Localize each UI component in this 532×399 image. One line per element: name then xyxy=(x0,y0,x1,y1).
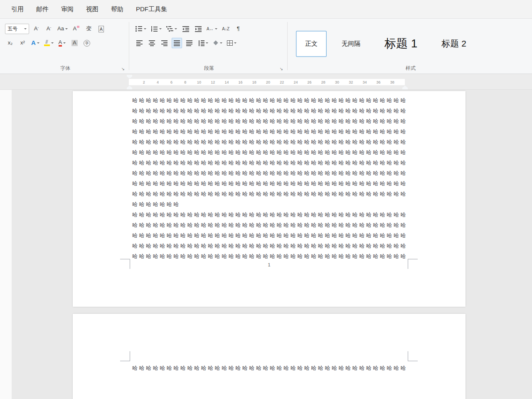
phonetic-guide-icon: 变 xyxy=(86,26,91,32)
font-row-2: x₂x²AAA字 xyxy=(5,38,126,48)
chevron-down-icon xyxy=(215,28,217,30)
chevron-down-icon xyxy=(63,42,66,44)
menu-references[interactable]: 引用 xyxy=(5,2,30,16)
increase-indent-button[interactable] xyxy=(193,24,203,34)
shrink-font-icon: Aˇ xyxy=(47,26,51,32)
show-hide-marks-button[interactable]: ¶ xyxy=(233,24,244,34)
document-line: 哈哈哈哈哈哈哈哈哈哈哈哈哈哈哈哈哈哈哈哈哈哈哈哈哈哈哈哈哈哈哈哈哈哈哈哈哈哈哈哈 xyxy=(132,95,410,106)
ruler-number: 4 xyxy=(157,80,159,84)
ruler-number: 16 xyxy=(239,80,243,84)
change-case-icon: Aa xyxy=(57,26,64,32)
align-center-button[interactable] xyxy=(147,38,157,48)
style-no-spacing[interactable]: 无间隔 xyxy=(332,31,369,57)
page2-text: 哈哈哈哈哈哈哈哈哈哈哈哈哈哈哈哈哈哈哈哈哈哈哈哈哈哈哈哈哈哈哈哈哈哈哈哈哈哈哈哈 xyxy=(132,363,410,373)
character-shading-button[interactable]: A xyxy=(69,38,80,48)
line-spacing-icon xyxy=(198,40,204,46)
ruler-number: 30 xyxy=(335,80,339,84)
show-hide-marks-icon: ¶ xyxy=(237,26,240,32)
document-line: 哈哈哈哈哈哈哈哈哈哈哈哈哈哈哈哈哈哈哈哈哈哈哈哈哈哈哈哈哈哈哈哈哈哈哈哈哈哈哈哈 xyxy=(132,168,410,178)
font-size-select[interactable]: 五号 xyxy=(5,24,29,34)
ruler-number: 28 xyxy=(321,80,325,84)
styles-group: 正文无间隔标题 1标题 2 样式 xyxy=(288,19,532,74)
distribute-button[interactable] xyxy=(184,38,195,48)
style-heading-2[interactable]: 标题 2 xyxy=(432,31,475,57)
document-line: 哈哈哈哈哈哈哈哈哈哈哈哈哈哈哈哈哈哈哈哈哈哈哈哈哈哈哈哈哈哈哈哈哈哈哈哈哈哈哈哈 xyxy=(132,158,410,168)
menu-mailings[interactable]: 邮件 xyxy=(30,2,55,16)
grow-font-button[interactable]: Aˆ xyxy=(31,24,42,34)
sort-button[interactable]: A↓Z xyxy=(221,24,231,34)
multilevel-list-button[interactable] xyxy=(165,24,178,34)
ruler-number: 32 xyxy=(349,80,353,84)
dec-indent-icon xyxy=(182,26,189,32)
superscript-icon: x² xyxy=(20,40,25,46)
ruler-number: 12 xyxy=(211,80,215,84)
page-1: 哈哈哈哈哈哈哈哈哈哈哈哈哈哈哈哈哈哈哈哈哈哈哈哈哈哈哈哈哈哈哈哈哈哈哈哈哈哈哈哈… xyxy=(73,91,466,307)
ruler-number: 24 xyxy=(293,80,298,84)
enclose-character-button[interactable]: 字 xyxy=(82,38,92,48)
chevron-down-icon xyxy=(144,28,146,30)
para-row-2 xyxy=(134,38,284,48)
document-line: 哈哈哈哈哈哈哈哈哈哈哈哈哈哈哈哈哈哈哈哈哈哈哈哈哈哈哈哈哈哈哈哈哈哈哈哈哈哈哈哈 xyxy=(132,116,410,126)
character-border-button[interactable]: A xyxy=(96,24,106,34)
font-group-label: 字体 xyxy=(60,65,70,72)
page-2: 哈哈哈哈哈哈哈哈哈哈哈哈哈哈哈哈哈哈哈哈哈哈哈哈哈哈哈哈哈哈哈哈哈哈哈哈哈哈哈哈 xyxy=(73,314,466,399)
justify-button[interactable] xyxy=(172,38,182,48)
ruler-strip: 2468101214161820222426283032343638 xyxy=(129,79,405,85)
numbering-button[interactable] xyxy=(150,24,163,34)
subscript-button[interactable]: x₂ xyxy=(5,38,15,48)
character-border-icon: A xyxy=(99,26,104,32)
asian-layout-button[interactable]: A↔ xyxy=(205,24,219,34)
font-row-1: 五号 AˆAˇAaA变A xyxy=(5,24,126,34)
text-effects-button[interactable]: A xyxy=(30,38,41,48)
bullets-icon xyxy=(135,26,143,32)
line-spacing-button[interactable] xyxy=(197,38,209,48)
align-left-button[interactable] xyxy=(134,38,145,48)
right-indent-marker[interactable] xyxy=(402,86,408,89)
paragraph-group: A↔A↓Z¶ 段落 ↘ xyxy=(129,19,287,74)
superscript-button[interactable]: x² xyxy=(17,38,28,48)
style-heading-1[interactable]: 标题 1 xyxy=(375,31,426,57)
style-normal[interactable]: 正文 xyxy=(296,31,327,57)
styles-group-label: 样式 xyxy=(406,65,416,72)
first-line-indent-marker[interactable] xyxy=(127,75,132,79)
borders-button[interactable] xyxy=(226,38,238,48)
ruler-number: 26 xyxy=(308,80,312,84)
paragraph-dialog-launcher-icon[interactable]: ↘ xyxy=(280,67,283,71)
page1-text: 哈哈哈哈哈哈哈哈哈哈哈哈哈哈哈哈哈哈哈哈哈哈哈哈哈哈哈哈哈哈哈哈哈哈哈哈哈哈哈哈… xyxy=(132,95,410,261)
chevron-down-icon xyxy=(159,28,162,30)
word-window: 引用邮件审阅视图帮助PDF工具集 五号 AˆAˇAaA变A x₂x²AAA字 字… xyxy=(0,0,532,399)
crop-mark-top-left xyxy=(120,351,130,361)
menu-pdf-tools[interactable]: PDF工具集 xyxy=(130,2,173,16)
decrease-indent-button[interactable] xyxy=(180,24,191,34)
ruler-number: 10 xyxy=(197,80,201,84)
font-color-icon: A xyxy=(59,39,62,46)
chevron-down-icon xyxy=(37,42,39,44)
numbering-icon xyxy=(151,26,158,32)
ruler-number: 22 xyxy=(280,80,284,84)
menu-help[interactable]: 帮助 xyxy=(105,2,130,16)
text-highlight-color-button[interactable] xyxy=(43,38,55,48)
chevron-down-icon xyxy=(24,28,27,30)
hanging-indent-marker[interactable] xyxy=(127,86,132,89)
document-line: 哈哈哈哈哈哈哈哈哈哈哈哈哈哈哈哈哈哈哈哈哈哈哈哈哈哈哈哈哈哈哈哈哈哈哈哈哈哈哈哈 xyxy=(132,220,410,230)
menu-view[interactable]: 视图 xyxy=(80,2,105,16)
align-justify-icon xyxy=(174,40,180,46)
font-color-button[interactable]: A xyxy=(57,38,67,48)
font-dialog-launcher-icon[interactable]: ↘ xyxy=(121,67,125,71)
change-case-button[interactable]: Aa xyxy=(56,24,69,34)
sort-icon: A↓Z xyxy=(222,27,229,31)
bullets-button[interactable] xyxy=(134,24,148,34)
phonetic-guide-button[interactable]: 变 xyxy=(84,24,94,34)
paragraph-group-label: 段落 xyxy=(204,65,214,72)
clear-formatting-button[interactable]: A xyxy=(71,24,81,34)
ruler: 2468101214161820222426283032343638 xyxy=(0,74,532,90)
character-shading-icon: A xyxy=(71,40,78,46)
shading-button[interactable] xyxy=(212,38,224,48)
grow-font-icon: Aˆ xyxy=(34,26,39,32)
font-size-value: 五号 xyxy=(7,25,17,32)
chevron-down-icon xyxy=(175,28,177,30)
shrink-font-button[interactable]: Aˇ xyxy=(44,24,54,34)
document-line: 哈哈哈哈哈哈哈哈哈哈哈哈哈哈哈哈哈哈哈哈哈哈哈哈哈哈哈哈哈哈哈哈哈哈哈哈哈哈哈哈 xyxy=(132,230,410,241)
menu-review[interactable]: 审阅 xyxy=(55,2,80,16)
align-right-button[interactable] xyxy=(159,38,170,48)
